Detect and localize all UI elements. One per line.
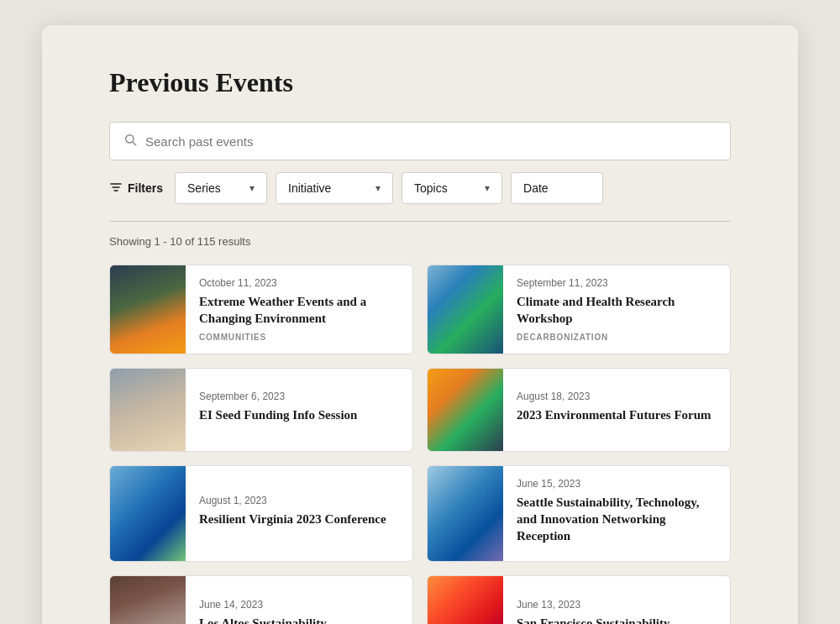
event-card[interactable]: October 11, 2023Extreme Weather Events a… bbox=[109, 265, 413, 354]
search-input[interactable] bbox=[145, 134, 717, 149]
event-card[interactable]: August 18, 20232023 Environmental Future… bbox=[427, 368, 731, 452]
chevron-down-icon: ▾ bbox=[249, 182, 255, 194]
date-filter[interactable]: Date bbox=[511, 172, 603, 204]
event-date: September 11, 2023 bbox=[517, 277, 717, 289]
topics-filter[interactable]: Topics ▾ bbox=[402, 172, 502, 204]
event-date: September 6, 2023 bbox=[199, 391, 399, 402]
event-title: Los Altos Sustainability bbox=[199, 615, 399, 624]
event-date: October 11, 2023 bbox=[199, 277, 399, 289]
event-date: June 13, 2023 bbox=[517, 599, 717, 611]
chevron-down-icon: ▾ bbox=[375, 182, 381, 194]
event-image bbox=[428, 265, 503, 354]
filters-label: Filters bbox=[109, 181, 163, 197]
event-title: Resilient Virginia 2023 Conference bbox=[199, 511, 399, 527]
event-image bbox=[110, 369, 186, 451]
search-bar[interactable] bbox=[109, 122, 731, 160]
page-container: Previous Events Filters Series ▾ bbox=[42, 25, 798, 624]
event-title: Climate and Health Research Workshop bbox=[517, 293, 717, 328]
svg-line-1 bbox=[133, 142, 136, 145]
results-count: Showing 1 - 10 of 115 results bbox=[109, 235, 731, 248]
event-date: June 14, 2023 bbox=[199, 599, 399, 611]
event-card[interactable]: September 11, 2023Climate and Health Res… bbox=[427, 265, 731, 354]
event-image bbox=[428, 466, 503, 562]
event-image bbox=[110, 466, 186, 562]
event-card[interactable]: September 6, 2023EI Seed Funding Info Se… bbox=[109, 368, 413, 452]
event-tag: COMMUNITIES bbox=[199, 333, 399, 342]
event-title: Extreme Weather Events and a Changing En… bbox=[199, 293, 399, 328]
event-title: Seattle Sustainability, Technology, and … bbox=[517, 494, 717, 545]
event-date: June 15, 2023 bbox=[517, 478, 717, 490]
event-title: 2023 Environmental Futures Forum bbox=[517, 406, 717, 423]
event-title: EI Seed Funding Info Session bbox=[199, 406, 399, 423]
events-grid: October 11, 2023Extreme Weather Events a… bbox=[109, 265, 731, 624]
event-card[interactable]: August 1, 2023Resilient Virginia 2023 Co… bbox=[109, 465, 413, 563]
event-card[interactable]: June 15, 2023Seattle Sustainability, Tec… bbox=[427, 465, 731, 563]
divider bbox=[109, 221, 731, 222]
event-card[interactable]: June 14, 2023Los Altos Sustainability bbox=[109, 575, 413, 624]
initiative-filter[interactable]: Initiative ▾ bbox=[276, 172, 393, 204]
event-title: San Francisco Sustainability bbox=[517, 615, 717, 624]
chevron-down-icon: ▾ bbox=[485, 182, 490, 194]
event-image bbox=[110, 576, 186, 624]
page-title: Previous Events bbox=[109, 67, 731, 98]
event-image bbox=[428, 369, 503, 451]
series-filter[interactable]: Series ▾ bbox=[175, 172, 267, 204]
event-image bbox=[110, 265, 186, 354]
event-date: August 1, 2023 bbox=[199, 495, 399, 506]
search-icon bbox=[123, 133, 137, 149]
filter-icon bbox=[109, 181, 123, 197]
event-date: August 18, 2023 bbox=[517, 391, 717, 402]
event-tag: DECARBONIZATION bbox=[517, 333, 717, 342]
event-image bbox=[428, 576, 503, 624]
event-card[interactable]: June 13, 2023San Francisco Sustainabilit… bbox=[427, 575, 731, 624]
filters-row: Filters Series ▾ Initiative ▾ Topics ▾ D… bbox=[109, 172, 731, 204]
